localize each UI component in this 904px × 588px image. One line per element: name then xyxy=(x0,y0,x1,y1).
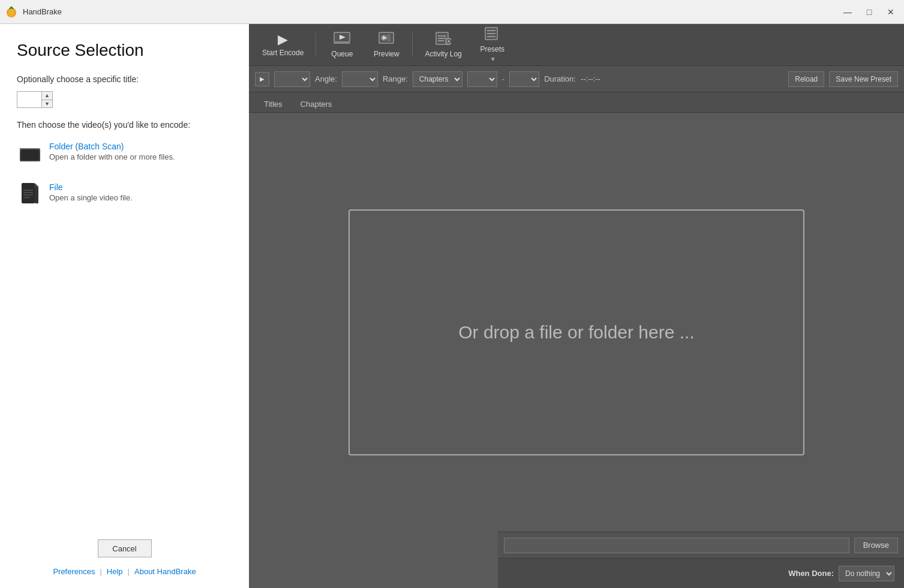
main-app: ▶ Start Encode Queue xyxy=(249,24,904,588)
title-bar: HandBrake — □ ✕ xyxy=(0,0,904,24)
toolbar-sep-1 xyxy=(316,33,316,57)
folder-option-text: Folder (Batch Scan) Open a folder with o… xyxy=(49,142,175,161)
app-logo xyxy=(5,5,18,19)
file-option-desc: Open a single video file. xyxy=(49,193,133,202)
content-area: Or drop a file or folder here ... xyxy=(249,113,904,552)
file-option-title: File xyxy=(49,182,133,192)
title-label: Optionally choose a specific title: xyxy=(17,74,232,84)
spin-down-button[interactable]: ▼ xyxy=(42,100,52,108)
status-bar: When Done: Do nothing xyxy=(498,558,904,588)
browse-button[interactable]: Browse xyxy=(854,538,898,553)
start-encode-button[interactable]: ▶ Start Encode xyxy=(255,29,311,61)
spin-up-button[interactable]: ▲ xyxy=(42,92,52,100)
close-button[interactable]: ✕ xyxy=(882,5,899,19)
svg-rect-7 xyxy=(22,183,35,203)
svg-rect-6 xyxy=(20,148,39,149)
presets-label: Presets xyxy=(480,45,504,53)
minimize-button[interactable]: — xyxy=(839,5,856,19)
activity-log-label: Activity Log xyxy=(425,50,461,58)
help-link[interactable]: Help xyxy=(107,567,123,576)
reload-button[interactable]: Reload xyxy=(788,71,824,87)
presets-icon xyxy=(485,27,500,43)
file-icon xyxy=(19,182,41,204)
range-dash: - xyxy=(502,74,504,83)
queue-label: Queue xyxy=(331,50,353,58)
angle-label: Angle: xyxy=(315,74,337,83)
window-controls: — □ ✕ xyxy=(839,5,899,19)
footer-sep-2: | xyxy=(128,567,130,576)
when-done-select[interactable]: Do nothing xyxy=(839,566,894,581)
presets-dropdown-arrow: ▼ xyxy=(490,56,496,62)
source-title: Source Selection xyxy=(17,41,232,60)
tab-chapters[interactable]: Chapters xyxy=(292,95,341,112)
title-input[interactable] xyxy=(17,92,41,107)
choose-label: Then choose the video(s) you'd like to e… xyxy=(17,120,232,130)
expand-button[interactable]: ▶ xyxy=(255,72,269,86)
toolbar: ▶ Start Encode Queue xyxy=(249,24,904,66)
footer-links: Preferences | Help | About HandBrake xyxy=(53,567,196,576)
file-option[interactable]: File Open a single video file. xyxy=(17,180,232,206)
duration-value: --:--:-- xyxy=(581,74,600,83)
chapters-dropdown[interactable]: Chapters xyxy=(413,71,462,87)
drop-area-text: Or drop a file or folder here ... xyxy=(458,322,695,343)
svg-rect-16 xyxy=(334,43,350,44)
destination-input[interactable] xyxy=(504,538,849,553)
angle-dropdown[interactable] xyxy=(274,71,310,87)
duration-label: Duration: xyxy=(544,74,576,83)
tabs-bar: Titles Chapters xyxy=(249,92,904,113)
spin-controls: ▲ ▼ xyxy=(41,92,52,107)
footer-sep-1: | xyxy=(100,567,101,576)
destination-bar: Browse xyxy=(498,532,904,558)
queue-button[interactable]: Queue xyxy=(321,28,363,62)
svg-rect-8 xyxy=(35,187,38,203)
source-panel: Source Selection Optionally choose a spe… xyxy=(0,24,249,588)
title-input-row: ▲ ▼ xyxy=(17,91,232,108)
app-title: HandBrake xyxy=(23,7,839,16)
activity-log-button[interactable]: Activity Log xyxy=(418,28,468,62)
when-done-label: When Done: xyxy=(788,569,834,578)
start-encode-icon: ▶ xyxy=(278,33,288,46)
svg-rect-5 xyxy=(21,149,39,160)
preview-icon xyxy=(379,32,394,47)
save-new-preset-button[interactable]: Save New Preset xyxy=(829,71,898,87)
preferences-link[interactable]: Preferences xyxy=(53,567,95,576)
queue-icon xyxy=(334,32,350,47)
cancel-button[interactable]: Cancel xyxy=(98,539,152,557)
preview-label: Preview xyxy=(374,50,400,58)
tab-titles[interactable]: Titles xyxy=(255,95,292,112)
toolbar-sep-2 xyxy=(412,33,413,57)
folder-option-desc: Open a folder with one or more files. xyxy=(49,152,175,161)
chapters-end-dropdown[interactable] xyxy=(509,71,539,87)
start-encode-label: Start Encode xyxy=(262,49,304,57)
folder-option-title: Folder (Batch Scan) xyxy=(49,142,175,151)
activity-log-icon xyxy=(436,32,451,47)
preview-button[interactable]: Preview xyxy=(365,28,407,62)
svg-rect-21 xyxy=(387,34,391,41)
title-spinbox[interactable]: ▲ ▼ xyxy=(17,91,53,108)
controls-bar: ▶ Angle: Range: Chapters - Duration: --:… xyxy=(249,66,904,92)
folder-option[interactable]: Folder (Batch Scan) Open a folder with o… xyxy=(17,139,232,166)
svg-point-1 xyxy=(8,8,14,17)
file-option-text: File Open a single video file. xyxy=(49,182,133,202)
drop-area[interactable]: Or drop a file or folder here ... xyxy=(349,209,804,455)
presets-button[interactable]: Presets ▼ xyxy=(471,23,513,66)
about-link[interactable]: About HandBrake xyxy=(134,567,196,576)
source-panel-footer: Cancel Preferences | Help | About HandBr… xyxy=(17,539,232,576)
angle-value-dropdown[interactable] xyxy=(342,71,378,87)
range-label: Range: xyxy=(383,74,408,83)
chapters-start-dropdown[interactable] xyxy=(467,71,497,87)
folder-icon xyxy=(19,142,41,163)
maximize-button[interactable]: □ xyxy=(861,5,878,19)
